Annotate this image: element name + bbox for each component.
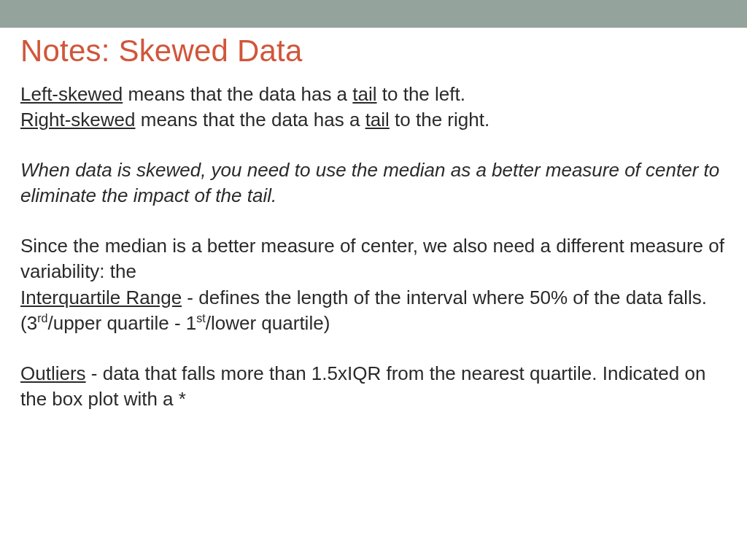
body-text: Left-skewed means that the data has a ta… [20, 82, 727, 412]
slide-title: Notes: Skewed Data [20, 34, 727, 69]
text: to the left. [377, 83, 465, 105]
header-bar [0, 0, 747, 28]
line-right-skewed: Right-skewed means that the data has a t… [20, 107, 727, 133]
superscript-rd: rd [37, 311, 47, 324]
line-iqr: Interquartile Range - defines the length… [20, 285, 727, 336]
superscript-st: st [196, 311, 206, 324]
line-left-skewed: Left-skewed means that the data has a ta… [20, 82, 727, 107]
line-variability-intro: Since the median is a better measure of … [20, 233, 727, 284]
term-left-skewed: Left-skewed [20, 83, 123, 105]
term-tail: tail [365, 109, 390, 131]
slide-content: Notes: Skewed Data Left-skewed means tha… [0, 28, 747, 412]
text: to the right. [390, 109, 489, 131]
spacer [20, 336, 727, 361]
term-interquartile-range: Interquartile Range [20, 287, 182, 308]
term-right-skewed: Right-skewed [20, 109, 136, 131]
term-tail: tail [352, 83, 376, 105]
text: /lower quartile) [206, 312, 330, 334]
text: - data that falls more than 1.5xIQR from… [20, 362, 705, 410]
text: means that the data has a [123, 83, 352, 105]
line-median-note: When data is skewed, you need to use the… [20, 158, 727, 209]
term-outliers: Outliers [20, 362, 86, 384]
text: means that the data has a [136, 109, 365, 131]
text: /upper quartile - 1 [47, 312, 196, 334]
line-outliers: Outliers - data that falls more than 1.5… [20, 361, 727, 412]
spacer [20, 209, 727, 233]
spacer [20, 133, 727, 158]
